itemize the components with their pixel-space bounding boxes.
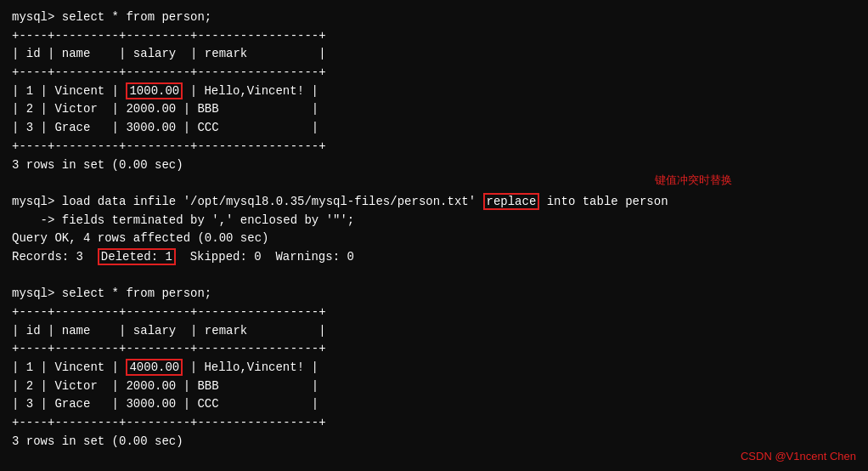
- watermark: CSDN @V1ncent Chen: [741, 450, 856, 462]
- query2-row1: | 1 | Vincent | 4000.00 | Hello,Vincent!…: [12, 359, 856, 377]
- query2-row2: | 2 | Victor | 2000.00 | BBB |: [12, 377, 856, 396]
- load-line2: -> fields terminated by ',' enclosed by …: [12, 212, 856, 230]
- load-line3: Query OK, 4 rows affected (0.00 sec): [12, 230, 856, 248]
- query2-prompt: mysql> select * from person;: [12, 285, 856, 304]
- salary-highlight-1: 1000.00: [126, 82, 183, 99]
- load-line1: mysql> load data infile '/opt/mysql8.0.3…: [12, 193, 856, 212]
- deleted-highlight: Deleted: 1: [98, 248, 176, 265]
- query1-header: | id | name | salary | remark |: [12, 45, 856, 64]
- blank2: [12, 267, 856, 286]
- query1-sep2: +----+---------+---------+--------------…: [12, 64, 856, 82]
- salary-highlight-2: 4000.00: [126, 359, 183, 376]
- replace-highlight: replace: [483, 193, 540, 210]
- query2-header: | id | name | salary | remark |: [12, 322, 856, 341]
- terminal: mysql> select * from person; +----+-----…: [0, 0, 868, 460]
- query1-prompt: mysql> select * from person;: [12, 9, 856, 27]
- query1-row3: | 3 | Grace | 3000.00 | CCC |: [12, 119, 856, 138]
- query1-sep3: +----+---------+---------+--------------…: [12, 138, 856, 156]
- query1-row2: | 2 | Victor | 2000.00 | BBB |: [12, 100, 856, 119]
- query1-row1: | 1 | Vincent | 1000.00 | Hello,Vincent!…: [12, 82, 856, 101]
- query2-sep1: +----+---------+---------+--------------…: [12, 304, 856, 322]
- query2-rowcount: 3 rows in set (0.00 sec): [12, 433, 856, 451]
- annotation-label: 键值冲突时替换: [655, 173, 732, 188]
- query2-sep3: +----+---------+---------+--------------…: [12, 414, 856, 433]
- load-line4: Records: 3 Deleted: 1 Skipped: 0 Warning…: [12, 248, 856, 267]
- query2-row3: | 3 | Grace | 3000.00 | CCC |: [12, 395, 856, 414]
- query2-sep2: +----+---------+---------+--------------…: [12, 340, 856, 359]
- query1-rowcount: 3 rows in set (0.00 sec): [12, 156, 856, 175]
- query1-sep1: +----+---------+---------+--------------…: [12, 27, 856, 46]
